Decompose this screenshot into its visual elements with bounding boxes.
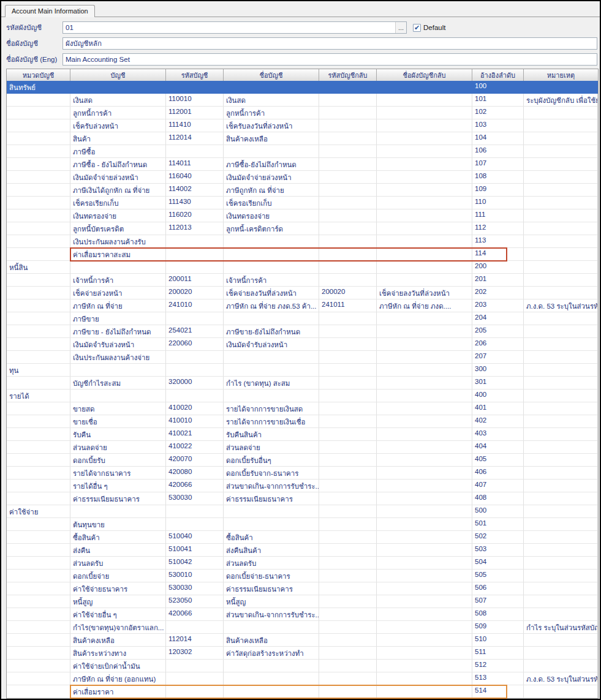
cell: เงินทดรองจ่าย <box>70 209 166 222</box>
table-row[interactable]: ค่าใช้จ่ายเบิกค่าน้ำมัน512 <box>7 660 598 672</box>
column-header-3[interactable]: ชื่อบัญชี <box>224 69 319 81</box>
cell <box>319 480 377 492</box>
cell: 114 <box>472 248 524 261</box>
column-header-6[interactable]: อ้างอิงลำดับ <box>472 69 524 81</box>
table-row[interactable]: ภาษีหัก ณ ที่จ่าย (ออกแทน)513ภ.ง.ด. 53 ร… <box>7 672 598 685</box>
cell <box>319 660 377 672</box>
column-header-5[interactable]: ชื่อผังบัญชีกลับ <box>377 69 472 81</box>
table-row[interactable]: เงินมัดจำจ่ายล่วงหน้า116040เงินมัดจำจ่าย… <box>7 171 598 184</box>
table-row[interactable]: ต้นทุนขาย501 <box>7 518 598 531</box>
table-row[interactable]: เงินมัดจำรับล่วงหน้า220060เงินมัดจำรับล่… <box>7 338 598 351</box>
table-row[interactable]: หนี้สิน200 <box>7 261 598 274</box>
column-header-7[interactable]: หมายเหตุ <box>524 69 598 81</box>
cell <box>524 634 598 647</box>
cell <box>224 364 319 377</box>
table-row[interactable]: ค่าเสื่อมราคาสะสม114 <box>7 248 598 261</box>
table-row[interactable]: เช็ครอเรียกเก็บ111430เช็ครอเรียกเก็บ110 <box>7 197 598 209</box>
cell <box>7 441 70 454</box>
table-row[interactable]: เจ้าหนี้การค้า200011เจ้าหนี้การค้า201 <box>7 274 598 287</box>
table-row[interactable]: เงินประกันผลงานค้างจ่าย207 <box>7 351 598 364</box>
cell <box>7 351 70 364</box>
table-row[interactable]: รับคืน410021รับคืนสินค้า403 <box>7 428 598 441</box>
table-row-selected[interactable]: สินทรัพย์100 <box>7 81 598 94</box>
browse-ellipsis-button[interactable]: ... <box>395 22 406 33</box>
table-row[interactable]: เงินประกันผลงานค้างรับ113 <box>7 235 598 248</box>
column-header-4[interactable]: รหัสบัญชีกลับ <box>319 69 377 81</box>
table-row[interactable]: ส่งคืน510041ส่งคืนสินค้า503 <box>7 544 598 557</box>
table-row[interactable]: บัญชีกำไรสะสม320000กำไร (ขาดทุน) สะสม301 <box>7 377 598 390</box>
table-row[interactable]: รายได้อื่น ๆ420066ส่วนขาดเกิน-จากการรับช… <box>7 480 598 492</box>
cell <box>70 261 166 274</box>
cell <box>319 608 377 621</box>
table-row[interactable]: ภาษีซื้อ106 <box>7 145 598 158</box>
account-set-name-eng-input[interactable] <box>63 54 597 65</box>
column-header-2[interactable]: รหัสบัญชี <box>166 69 224 81</box>
cell: 201 <box>472 274 524 287</box>
cell: 107 <box>472 158 524 171</box>
account-set-name-eng-label: ชื่อผังบัญชี (Eng) <box>6 54 62 65</box>
cell: 507 <box>472 595 524 608</box>
cell <box>7 647 70 660</box>
table-row[interactable]: ภาษีหัก ณ ที่จ่าย241010ภาษีหัก ณ ที่จ่าย… <box>7 299 598 312</box>
table-row[interactable]: สินค้าคงเหลือ112014สินค้าคงเหลือ510 <box>7 634 598 647</box>
column-header-1[interactable]: บัญชี <box>70 69 166 81</box>
cell <box>524 274 598 287</box>
table-row[interactable]: ดอกเบี้ยจ่าย530010ดอกเบี้ยจ่าย-ธนาคาร505 <box>7 570 598 582</box>
table-row[interactable]: สินค้า112014สินค้าคงเหลือ104 <box>7 132 598 145</box>
cell <box>7 531 70 544</box>
table-row[interactable]: ดอกเบี้ยรับ420070ดอกเบี้ยรับอื่นๆ405 <box>7 454 598 467</box>
form-row-account-set-name-eng: ชื่อผังบัญชี (Eng) <box>6 53 600 66</box>
table-row[interactable]: ลูกหนี้การค้า112001ลูกหนี้การค้า102 <box>7 107 598 119</box>
table-row[interactable]: ค่าเสื่อมราคา514 <box>7 685 598 698</box>
table-row[interactable]: ขายสด410020รายได้จากการขายเงินสด401 <box>7 402 598 415</box>
cell: เงินประกันผลงานค้างรับ <box>70 235 166 248</box>
cell <box>319 209 377 222</box>
table-row[interactable]: ส่วนลดรับ510042ส่วนลดรับ504 <box>7 557 598 570</box>
table-row[interactable]: ค่าใช้จ่ายธนาคาร530030ค่าธรรมเนียมธนาคาร… <box>7 582 598 595</box>
cell: 407 <box>472 480 524 492</box>
table-row[interactable]: เงินสด110010เงินสด101ระบุผังบัญชีกลับ เพ… <box>7 94 598 107</box>
table-row[interactable]: ทุน300 <box>7 364 598 377</box>
cell <box>224 81 319 94</box>
cell: 204 <box>472 312 524 325</box>
table-row[interactable]: เงินทดรองจ่าย116020เงินทดรองจ่าย111 <box>7 209 598 222</box>
table-row[interactable]: ขายเชื่อ410010รายได้จากการขายเงินเชื่อ40… <box>7 415 598 428</box>
table-row[interactable]: ค่าธรรมเนียมธนาคาร530030ค่าธรรมเนียมธนาค… <box>7 492 598 505</box>
cell <box>7 454 70 467</box>
table-row[interactable]: ภาษีซื้อ - ยังไม่ถึงกำหนด114011ภาษีซื้อ-… <box>7 158 598 171</box>
cell <box>7 402 70 415</box>
tab-account-main-information[interactable]: Account Main Information <box>5 5 95 17</box>
column-header-0[interactable]: หมวดบัญชี <box>7 69 70 81</box>
table-row[interactable]: ลูกหนี้บัตรเครดิต112013ลูกหนี้-เครดิตการ… <box>7 222 598 235</box>
table-row[interactable]: ส่วนลดจ่าย410022ส่วนลดจ่าย404 <box>7 441 598 454</box>
table-row[interactable]: รายได้400 <box>7 390 598 402</box>
table-row[interactable]: เช็คจ่ายล่วงหน้า200020เช็คจ่ายลงวันที่ล่… <box>7 287 598 299</box>
table-row[interactable]: ค่าใช้จ่ายอื่น ๆ420066ส่วนขาดเกิน-จากการ… <box>7 608 598 621</box>
header-form: รหัสผังบัญชี ... ✔ Default ชื่อผังบัญชี … <box>1 17 600 69</box>
cell: รายได้ <box>7 390 70 402</box>
table-row[interactable]: รายได้จากธนาคาร420080ดอกเบี้ยรับจาก-ธนาค… <box>7 467 598 480</box>
cell: ค่าใช้จ่ายธนาคาร <box>70 582 166 595</box>
account-set-code-input[interactable] <box>63 22 395 33</box>
cell <box>319 351 377 364</box>
table-row[interactable]: ภาษีขาย - ยังไม่ถึงกำหนด254021ภาษีขาย-ยั… <box>7 325 598 338</box>
table-row[interactable]: ภาษีขาย204 <box>7 312 598 325</box>
cell <box>377 647 472 660</box>
table-row[interactable]: กำไร(ขาดทุน)จากอัตราแลก...509กำไร ระบุใน… <box>7 621 598 634</box>
default-checkbox[interactable]: ✔ <box>413 24 421 32</box>
table-row[interactable]: เช็ครับล่วงหน้า111410เช็ครับลงวันที่ล่วง… <box>7 119 598 132</box>
table-row[interactable]: ซื้อสินค้า510040ซื้อสินค้า502 <box>7 531 598 544</box>
cell: 403 <box>472 428 524 441</box>
cell: 220060 <box>166 338 224 351</box>
cell: 241010 <box>166 299 224 312</box>
table-row[interactable]: ภาษีเงินได้ถูกหัก ณ ที่จ่าย114002ภาษีถูก… <box>7 184 598 197</box>
table-row[interactable]: หนี้สูญ523050หนี้สูญ507 <box>7 595 598 608</box>
table-row[interactable]: สินค้าระหว่างทาง120302ค่าวัสดุก่อสร้างระ… <box>7 647 598 660</box>
cell: เช็ครับลงวันที่ล่วงหน้า <box>224 119 319 132</box>
account-set-name-input[interactable] <box>63 38 597 49</box>
cell: เช็ครอเรียกเก็บ <box>70 197 166 209</box>
table-row[interactable]: ค่าใช้จ่าย500 <box>7 505 598 518</box>
cell <box>7 287 70 299</box>
cell: 116020 <box>166 209 224 222</box>
cell <box>70 505 166 518</box>
